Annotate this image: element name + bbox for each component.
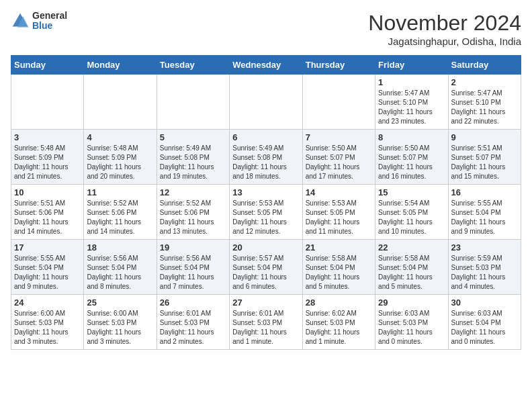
calendar-header: SundayMondayTuesdayWednesdayThursdayFrid… — [11, 56, 521, 75]
day-number: 11 — [87, 187, 153, 197]
day-info: Sunrise: 6:00 AM Sunset: 5:03 PM Dayligh… — [87, 309, 153, 347]
day-cell: 9Sunrise: 5:51 AM Sunset: 5:07 PM Daylig… — [448, 130, 521, 185]
header-cell-thursday: Thursday — [302, 56, 375, 75]
day-cell: 5Sunrise: 5:49 AM Sunset: 5:08 PM Daylig… — [157, 130, 229, 185]
day-number: 26 — [160, 298, 226, 308]
day-cell: 30Sunrise: 6:03 AM Sunset: 5:04 PM Dayli… — [448, 295, 521, 350]
day-number: 22 — [378, 242, 445, 253]
day-info: Sunrise: 5:55 AM Sunset: 5:04 PM Dayligh… — [14, 254, 81, 291]
day-number: 5 — [160, 132, 226, 142]
day-number: 3 — [14, 132, 81, 142]
header-cell-saturday: Saturday — [448, 56, 521, 75]
day-info: Sunrise: 6:00 AM Sunset: 5:03 PM Dayligh… — [14, 309, 81, 347]
month-title: November 2024 — [368, 11, 521, 36]
logo: General Blue — [11, 11, 67, 32]
day-info: Sunrise: 6:03 AM Sunset: 5:03 PM Dayligh… — [378, 309, 445, 347]
logo-blue: Blue — [32, 21, 67, 31]
day-info: Sunrise: 5:53 AM Sunset: 5:05 PM Dayligh… — [306, 199, 372, 236]
week-row-3: 17Sunrise: 5:55 AM Sunset: 5:04 PM Dayli… — [11, 240, 521, 295]
day-cell — [302, 75, 375, 130]
day-info: Sunrise: 5:47 AM Sunset: 5:10 PM Dayligh… — [451, 89, 518, 126]
day-cell: 19Sunrise: 5:56 AM Sunset: 5:04 PM Dayli… — [157, 240, 229, 295]
day-number: 19 — [160, 242, 226, 253]
day-cell: 18Sunrise: 5:56 AM Sunset: 5:04 PM Dayli… — [84, 240, 157, 295]
day-info: Sunrise: 5:57 AM Sunset: 5:04 PM Dayligh… — [232, 254, 299, 291]
day-number: 29 — [378, 298, 445, 308]
day-number: 13 — [232, 187, 299, 197]
day-cell — [230, 75, 302, 130]
day-cell: 28Sunrise: 6:02 AM Sunset: 5:03 PM Dayli… — [302, 295, 375, 350]
day-number: 4 — [87, 132, 153, 142]
day-cell: 14Sunrise: 5:53 AM Sunset: 5:05 PM Dayli… — [302, 185, 375, 240]
day-info: Sunrise: 5:55 AM Sunset: 5:04 PM Dayligh… — [451, 199, 518, 236]
day-cell: 13Sunrise: 5:53 AM Sunset: 5:05 PM Dayli… — [230, 185, 302, 240]
week-row-4: 24Sunrise: 6:00 AM Sunset: 5:03 PM Dayli… — [11, 295, 521, 350]
header-cell-wednesday: Wednesday — [230, 56, 302, 75]
week-row-1: 3Sunrise: 5:48 AM Sunset: 5:09 PM Daylig… — [11, 130, 521, 185]
day-cell: 29Sunrise: 6:03 AM Sunset: 5:03 PM Dayli… — [375, 295, 448, 350]
logo-text: General Blue — [32, 11, 67, 32]
day-number: 1 — [378, 77, 445, 87]
page-header: General Blue November 2024 Jagatsinghapu… — [11, 11, 521, 47]
day-info: Sunrise: 5:53 AM Sunset: 5:05 PM Dayligh… — [232, 199, 299, 236]
day-number: 9 — [451, 132, 518, 142]
day-cell: 17Sunrise: 5:55 AM Sunset: 5:04 PM Dayli… — [11, 240, 84, 295]
day-number: 20 — [232, 242, 299, 253]
day-info: Sunrise: 5:47 AM Sunset: 5:10 PM Dayligh… — [378, 89, 445, 126]
day-number: 23 — [451, 242, 518, 253]
calendar-table: SundayMondayTuesdayWednesdayThursdayFrid… — [11, 55, 521, 350]
header-cell-monday: Monday — [84, 56, 157, 75]
day-cell: 24Sunrise: 6:00 AM Sunset: 5:03 PM Dayli… — [11, 295, 84, 350]
day-info: Sunrise: 5:48 AM Sunset: 5:09 PM Dayligh… — [14, 144, 81, 181]
day-info: Sunrise: 5:59 AM Sunset: 5:03 PM Dayligh… — [451, 254, 518, 291]
day-number: 10 — [14, 187, 81, 197]
day-info: Sunrise: 5:49 AM Sunset: 5:08 PM Dayligh… — [160, 144, 226, 181]
day-cell: 12Sunrise: 5:52 AM Sunset: 5:06 PM Dayli… — [157, 185, 229, 240]
day-info: Sunrise: 5:54 AM Sunset: 5:05 PM Dayligh… — [378, 199, 445, 236]
day-cell: 21Sunrise: 5:58 AM Sunset: 5:04 PM Dayli… — [302, 240, 375, 295]
day-number: 30 — [451, 298, 518, 308]
day-cell: 6Sunrise: 5:49 AM Sunset: 5:08 PM Daylig… — [230, 130, 302, 185]
header-cell-friday: Friday — [375, 56, 448, 75]
day-cell: 23Sunrise: 5:59 AM Sunset: 5:03 PM Dayli… — [448, 240, 521, 295]
day-cell: 3Sunrise: 5:48 AM Sunset: 5:09 PM Daylig… — [11, 130, 84, 185]
day-cell: 15Sunrise: 5:54 AM Sunset: 5:05 PM Dayli… — [375, 185, 448, 240]
day-info: Sunrise: 5:56 AM Sunset: 5:04 PM Dayligh… — [160, 254, 226, 291]
day-number: 18 — [87, 242, 153, 253]
day-number: 16 — [451, 187, 518, 197]
day-cell: 27Sunrise: 6:01 AM Sunset: 5:03 PM Dayli… — [230, 295, 302, 350]
day-info: Sunrise: 5:51 AM Sunset: 5:06 PM Dayligh… — [14, 199, 81, 236]
day-cell: 11Sunrise: 5:52 AM Sunset: 5:06 PM Dayli… — [84, 185, 157, 240]
day-info: Sunrise: 5:58 AM Sunset: 5:04 PM Dayligh… — [306, 254, 372, 291]
day-number: 27 — [232, 298, 299, 308]
week-row-2: 10Sunrise: 5:51 AM Sunset: 5:06 PM Dayli… — [11, 185, 521, 240]
day-number: 17 — [14, 242, 81, 253]
calendar-body: 1Sunrise: 5:47 AM Sunset: 5:10 PM Daylig… — [11, 75, 521, 350]
logo-icon — [11, 11, 30, 30]
day-number: 14 — [306, 187, 372, 197]
day-cell — [11, 75, 84, 130]
day-info: Sunrise: 5:52 AM Sunset: 5:06 PM Dayligh… — [87, 199, 153, 236]
title-section: November 2024 Jagatsinghapur, Odisha, In… — [368, 11, 521, 47]
day-number: 6 — [232, 132, 299, 142]
day-cell — [84, 75, 157, 130]
day-cell: 20Sunrise: 5:57 AM Sunset: 5:04 PM Dayli… — [230, 240, 302, 295]
day-info: Sunrise: 6:02 AM Sunset: 5:03 PM Dayligh… — [306, 309, 372, 347]
header-cell-tuesday: Tuesday — [157, 56, 229, 75]
day-number: 25 — [87, 298, 153, 308]
day-info: Sunrise: 5:58 AM Sunset: 5:04 PM Dayligh… — [378, 254, 445, 291]
day-cell: 22Sunrise: 5:58 AM Sunset: 5:04 PM Dayli… — [375, 240, 448, 295]
day-cell: 25Sunrise: 6:00 AM Sunset: 5:03 PM Dayli… — [84, 295, 157, 350]
day-number: 2 — [451, 77, 518, 87]
day-cell: 16Sunrise: 5:55 AM Sunset: 5:04 PM Dayli… — [448, 185, 521, 240]
day-number: 15 — [378, 187, 445, 197]
location: Jagatsinghapur, Odisha, India — [368, 36, 521, 47]
day-info: Sunrise: 5:49 AM Sunset: 5:08 PM Dayligh… — [232, 144, 299, 181]
day-info: Sunrise: 5:48 AM Sunset: 5:09 PM Dayligh… — [87, 144, 153, 181]
week-row-0: 1Sunrise: 5:47 AM Sunset: 5:10 PM Daylig… — [11, 75, 521, 130]
day-cell: 10Sunrise: 5:51 AM Sunset: 5:06 PM Dayli… — [11, 185, 84, 240]
day-info: Sunrise: 6:01 AM Sunset: 5:03 PM Dayligh… — [232, 309, 299, 347]
day-info: Sunrise: 6:03 AM Sunset: 5:04 PM Dayligh… — [451, 309, 518, 347]
day-cell: 26Sunrise: 6:01 AM Sunset: 5:03 PM Dayli… — [157, 295, 229, 350]
day-info: Sunrise: 5:51 AM Sunset: 5:07 PM Dayligh… — [451, 144, 518, 181]
